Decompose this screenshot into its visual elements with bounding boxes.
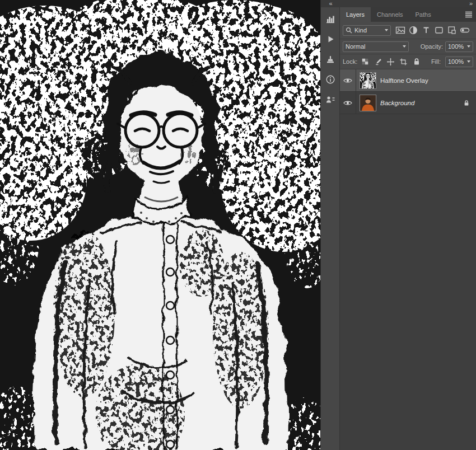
histogram-panel-button[interactable] — [324, 13, 337, 25]
fill-dropdown[interactable]: 100% — [445, 57, 473, 67]
lock-all-button[interactable] — [411, 57, 422, 67]
artboard-icon — [399, 58, 408, 66]
layer-name: Halftone Overlay — [380, 77, 428, 84]
layer-thumbnail-halftone[interactable] — [360, 73, 376, 88]
lock-position-button[interactable] — [385, 57, 396, 67]
eye-icon — [343, 78, 352, 83]
icon-dock — [321, 7, 340, 450]
filter-toggle-button[interactable] — [459, 25, 470, 36]
panel-menu-button[interactable] — [461, 7, 476, 22]
move-icon — [386, 58, 395, 66]
dock-body: Layers Channels Paths — [321, 7, 476, 450]
layer-filter-row: Kind — [340, 22, 476, 39]
layer-row-halftone-overlay[interactable]: Halftone Overlay — [340, 69, 476, 92]
shape-layers-icon — [434, 25, 444, 35]
layer-row-background[interactable]: Background — [340, 92, 476, 114]
document-canvas[interactable] — [0, 0, 321, 450]
tab-paths[interactable]: Paths — [409, 7, 437, 22]
opacity-dropdown[interactable]: 100% — [445, 41, 473, 52]
layer-list: Halftone Overlay — [340, 69, 476, 450]
chevron-down-icon — [467, 45, 470, 48]
info-icon — [325, 74, 335, 85]
filter-pixel-layers-button[interactable] — [394, 25, 406, 36]
filter-type-layers-button[interactable] — [420, 25, 432, 36]
clone-stamp-icon — [325, 54, 335, 64]
smart-objects-icon — [447, 25, 457, 35]
filter-adjustment-layers-button[interactable] — [407, 25, 419, 36]
layers-panel: Layers Channels Paths — [340, 7, 476, 450]
background-thumbnail-image — [360, 95, 376, 111]
layer-name: Background — [380, 100, 414, 106]
tab-layers[interactable]: Layers — [340, 7, 371, 22]
kind-label: Kind — [354, 27, 367, 34]
layer-thumbnail-background[interactable] — [360, 95, 376, 111]
lock-fill-row: Lock: — [340, 54, 476, 69]
actions-play-icon — [325, 34, 335, 44]
visibility-toggle-background[interactable] — [340, 92, 356, 114]
adjustment-layers-icon — [408, 25, 418, 35]
halftone-thumbnail-image — [360, 73, 376, 88]
filter-kind-dropdown[interactable]: Kind — [343, 25, 391, 36]
pixel-layers-icon — [395, 25, 405, 35]
filter-toggle-icon — [460, 25, 470, 35]
lock-artboard-button[interactable] — [398, 57, 409, 67]
chevron-down-icon — [403, 45, 406, 48]
brush-icon — [374, 58, 382, 66]
character-panel-button[interactable] — [324, 93, 337, 106]
panel-tab-bar: Layers Channels Paths — [340, 7, 476, 22]
blend-mode-value: Normal — [346, 43, 365, 50]
opacity-value: 100% — [448, 43, 464, 50]
character-panel-icon — [325, 95, 335, 105]
chevron-down-icon — [467, 60, 470, 63]
lock-pixels-button[interactable] — [372, 57, 383, 67]
info-panel-button[interactable] — [324, 73, 337, 86]
opacity-label: Opacity: — [421, 43, 443, 50]
histogram-icon — [325, 14, 335, 24]
panel-menu-icon — [465, 11, 473, 18]
expand-dock-icon[interactable]: « — [321, 1, 340, 7]
collapse-panels-icon[interactable]: » — [469, 1, 476, 7]
filter-type-buttons — [394, 25, 470, 36]
dock-header-bar: « » — [321, 0, 476, 7]
search-icon — [346, 27, 352, 34]
fill-value: 100% — [448, 58, 464, 65]
blend-mode-dropdown[interactable]: Normal — [343, 41, 409, 52]
fill-label: Fill: — [431, 58, 441, 65]
actions-panel-button[interactable] — [324, 33, 337, 45]
lock-label: Lock: — [343, 58, 357, 65]
eye-icon — [343, 100, 352, 106]
checkerboard-icon — [361, 58, 369, 65]
filter-smart-objects-button[interactable] — [446, 25, 458, 36]
tab-channels[interactable]: Channels — [371, 7, 409, 22]
lock-badge-icon — [464, 100, 469, 106]
type-layers-icon — [421, 25, 431, 35]
lock-transparency-button[interactable] — [360, 57, 370, 67]
filter-shape-layers-button[interactable] — [433, 25, 445, 36]
clone-source-panel-button[interactable] — [324, 53, 337, 65]
chevron-down-icon — [385, 29, 388, 31]
padlock-icon — [413, 58, 420, 65]
visibility-toggle-halftone[interactable] — [340, 69, 356, 91]
halftone-artwork — [0, 0, 321, 450]
panel-dock-area: « » — [321, 0, 476, 450]
blend-opacity-row: Normal Opacity: 100% — [340, 39, 476, 54]
photoshop-workspace: « » — [0, 0, 476, 450]
